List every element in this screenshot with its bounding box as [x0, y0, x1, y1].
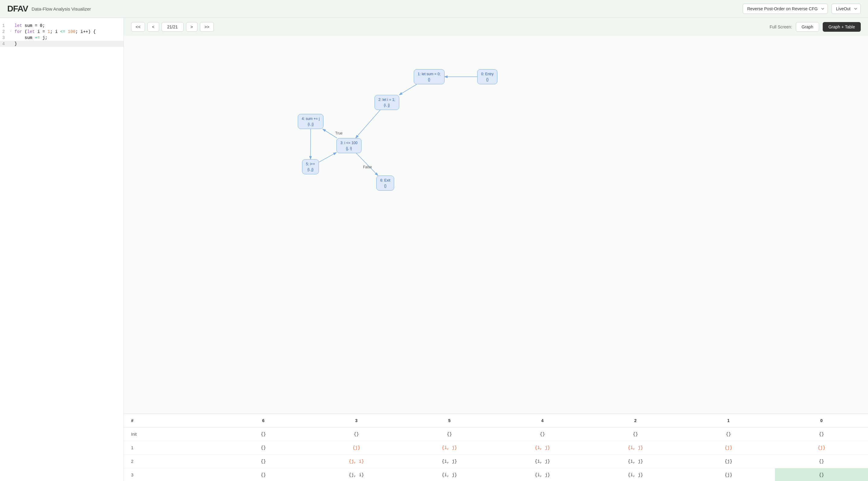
next-next-button[interactable]: >> [200, 22, 214, 32]
code-text-2: for (let i = 1; i <= 100; i++) { [14, 29, 124, 34]
right-panel: << < 21/21 > >> Full Screen: Graph Graph… [124, 18, 868, 481]
graph-area: 0: Entry{} 1: let sum = 0;{} 2: let i = … [124, 36, 868, 414]
cell-2-2: {i, j} [589, 455, 682, 468]
header-controls: Reverse Post-Order on Reverse CFG LiveOu… [743, 4, 861, 14]
line-number-4: 4 [0, 41, 10, 46]
table-row-2: 2 {} {j, i} {i, j} {i, j} {i, j} {j} {} [124, 455, 868, 468]
code-text-4: } [14, 41, 124, 46]
cfg-node-5: 5: i++{i, j} [302, 159, 319, 174]
cell-1-3: {j} [310, 441, 403, 455]
table-area: # 6 3 5 4 2 1 0 Init {} {} [124, 414, 868, 481]
row-label-init: Init [124, 427, 217, 441]
code-line-1: 1 let sum = 0; [0, 23, 124, 29]
cell-3-0: {} [775, 468, 868, 481]
cell-init-5: {} [403, 427, 496, 441]
main-content: 1 let sum = 0; 2 · for (let i = 1; i <= … [0, 18, 868, 481]
edge-label-false: False [363, 165, 372, 169]
table-row-3: 3 {} {j, i} {i, j} {i, j} {i, j} {j} {} [124, 468, 868, 481]
cell-3-1: {j} [682, 468, 775, 481]
cell-3-2: {i, j} [589, 468, 682, 481]
cell-init-6: {} [217, 427, 310, 441]
svg-line-6 [319, 153, 336, 162]
line-number-3: 3 [0, 35, 10, 40]
analysis-select[interactable]: LiveOut [832, 4, 861, 14]
app-title: Data-Flow Analysis Visualizer [32, 6, 91, 11]
cfg-node-6: 6: Exit{} [376, 176, 394, 191]
cell-2-1: {j} [682, 455, 775, 468]
code-line-4: 4 } [0, 41, 124, 47]
app-header: DFAV Data-Flow Analysis Visualizer Rever… [0, 0, 868, 18]
analysis-table: # 6 3 5 4 2 1 0 Init {} {} [124, 414, 868, 481]
next-button[interactable]: > [186, 22, 197, 32]
cell-2-4: {i, j} [496, 455, 589, 468]
col-header-0: 0 [775, 414, 868, 427]
prev-button[interactable]: < [147, 22, 159, 32]
code-text-3: sum += j; [14, 35, 124, 40]
code-line-3: 3 sum += j; [0, 35, 124, 41]
cell-3-3: {j, i} [310, 468, 403, 481]
svg-line-4 [322, 129, 337, 138]
col-header-4: 4 [496, 414, 589, 427]
col-header-2: 2 [589, 414, 682, 427]
table-row-init: Init {} {} {} {} {} {} {} [124, 427, 868, 441]
step-counter: 21/21 [162, 22, 184, 32]
cell-1-6: {} [217, 441, 310, 455]
col-header-5: 5 [403, 414, 496, 427]
graph-table-view-button[interactable]: Graph + Table [823, 22, 861, 32]
cell-init-1: {} [682, 427, 775, 441]
algorithm-select[interactable]: Reverse Post-Order on Reverse CFG [743, 4, 828, 14]
table-row-1: 1 {} {j} {i, j} {i, j} {i, j} {j} {j} [124, 441, 868, 455]
fullscreen-label: Full Screen: [770, 25, 792, 29]
table-header-row: # 6 3 5 4 2 1 0 [124, 414, 868, 427]
fullscreen-controls: Full Screen: Graph Graph + Table [770, 22, 861, 32]
cell-init-2: {} [589, 427, 682, 441]
app-logo: DFAV [7, 4, 28, 13]
cell-init-4: {} [496, 427, 589, 441]
col-header-hash: # [124, 414, 217, 427]
row-label-3: 3 [124, 468, 217, 481]
code-line-2: 2 · for (let i = 1; i <= 100; i++) { [0, 29, 124, 35]
svg-line-2 [399, 84, 417, 95]
cell-init-3: {} [310, 427, 403, 441]
col-header-1: 1 [682, 414, 775, 427]
line-number-1: 1 [0, 23, 10, 28]
cell-1-1: {j} [682, 441, 775, 455]
cell-1-4: {i, j} [496, 441, 589, 455]
cell-3-6: {} [217, 468, 310, 481]
row-label-1: 1 [124, 441, 217, 455]
cfg-node-4: 4: sum += j{i, j} [298, 114, 323, 129]
col-header-6: 6 [217, 414, 310, 427]
cfg-node-1: 1: let sum = 0;{} [414, 69, 444, 84]
cell-1-0: {j} [775, 441, 868, 455]
cell-2-3: {j, i} [310, 455, 403, 468]
svg-line-3 [355, 110, 380, 138]
cell-3-5: {i, j} [403, 468, 496, 481]
cell-3-4: {i, j} [496, 468, 589, 481]
graph-view-button[interactable]: Graph [796, 22, 819, 32]
line-number-2: 2 [0, 29, 10, 34]
row-label-2: 2 [124, 455, 217, 468]
cfg-node-2: 2: let i = 1;{i, j} [374, 95, 399, 110]
svg-line-7 [356, 153, 378, 176]
col-header-3: 3 [310, 414, 403, 427]
prev-prev-button[interactable]: << [131, 22, 145, 32]
edge-label-true: True [335, 131, 342, 136]
code-text-1: let sum = 0; [14, 23, 124, 28]
code-panel: 1 let sum = 0; 2 · for (let i = 1; i <= … [0, 18, 124, 481]
cell-2-6: {} [217, 455, 310, 468]
cfg-node-3: 3: i <= 100{j, i} [336, 138, 362, 153]
cell-2-0: {} [775, 455, 868, 468]
cell-2-5: {i, j} [403, 455, 496, 468]
cfg-node-0: 0: Entry{} [477, 69, 497, 84]
cfg-svg [124, 36, 868, 414]
cell-init-0: {} [775, 427, 868, 441]
cell-1-5: {i, j} [403, 441, 496, 455]
cell-1-2: {i, j} [589, 441, 682, 455]
controls-bar: << < 21/21 > >> Full Screen: Graph Graph… [124, 18, 868, 36]
